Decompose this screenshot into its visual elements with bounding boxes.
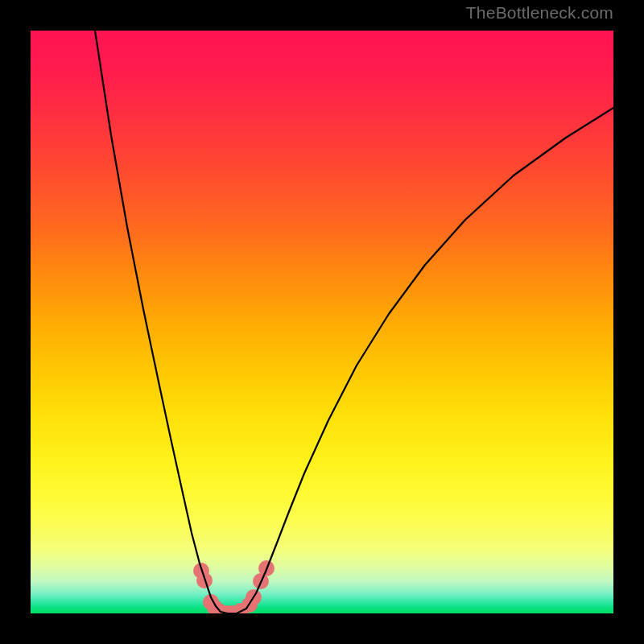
- bottom-marker-dots: [193, 560, 275, 613]
- watermark-text: TheBottleneck.com: [466, 3, 613, 23]
- curve-layer: [31, 31, 613, 613]
- plot-area: [31, 31, 613, 613]
- bottleneck-curve: [95, 31, 613, 613]
- chart-frame: TheBottleneck.com: [0, 0, 644, 644]
